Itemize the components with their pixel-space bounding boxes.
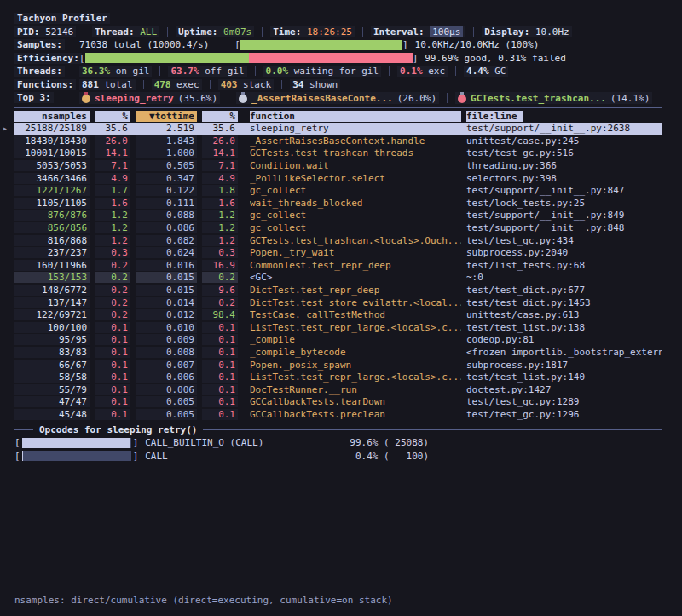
stat-value: 0m07s bbox=[223, 26, 251, 37]
segment-value: 881 bbox=[82, 79, 99, 90]
segment-label: waiting for gil bbox=[288, 66, 379, 77]
thread-gil-segment: 36.3% on gil bbox=[79, 66, 152, 77]
segment-label: off gil bbox=[199, 66, 245, 77]
table-row[interactable]: 10001/10015 14.1 1.000 14.1 GCTests.test… bbox=[14, 147, 662, 160]
cell-pct-direct: 0.1 bbox=[95, 384, 130, 395]
cell-tottime: 0.016 bbox=[136, 260, 197, 271]
functions-line: Functions: 881 total478 exec403 stack34 … bbox=[14, 78, 682, 92]
table-row[interactable]: 1221/1267 1.7 0.122 1.8 gc_collect test/… bbox=[14, 184, 662, 197]
table-row[interactable]: 45/48 0.1 0.005 0.1 GCCallbackTests.prec… bbox=[14, 408, 662, 421]
cell-tottime: 1.000 bbox=[136, 147, 197, 158]
cell-nsamples: 1221/1267 bbox=[14, 185, 90, 196]
cell-tottime: 0.505 bbox=[136, 160, 197, 171]
cell-nsamples: 148/6772 bbox=[14, 285, 90, 296]
top3-item: sleeping_retry(35.6%) bbox=[79, 92, 220, 104]
cell-file-line: test/test_gc.py:1296 bbox=[466, 409, 662, 420]
segment-label: total bbox=[99, 79, 133, 90]
table-row[interactable]: 18430/18430 26.0 1.843 26.0 _AssertRaise… bbox=[14, 135, 662, 147]
table-body: ▸ 25188/25189 35.6 2.519 35.6 sleeping_r… bbox=[14, 123, 662, 421]
cell-file-line: test/support/__init__.py:847 bbox=[466, 185, 662, 196]
cell-nsamples: 58/58 bbox=[14, 371, 90, 383]
column-header-pct-direct[interactable]: % bbox=[95, 111, 130, 122]
medal-icon bbox=[239, 92, 247, 103]
cell-nsamples: 1105/1105 bbox=[14, 198, 90, 209]
cell-pct-cumulative: 1.2 bbox=[202, 222, 238, 233]
samples-rate: 10.0KHz/10.0KHz (100%) bbox=[415, 39, 540, 50]
segment-value: 0.1% bbox=[400, 66, 423, 77]
table-row[interactable]: 47/47 0.1 0.005 0.1 GCCallbackTests.tear… bbox=[14, 396, 662, 409]
cell-file-line: test/test_dict.py:677 bbox=[466, 285, 662, 296]
cell-function: _PollLikeSelector.select bbox=[250, 173, 461, 184]
table-row[interactable]: 83/83 0.1 0.008 0.1 _compile_bytecode <f… bbox=[14, 346, 662, 359]
table-row[interactable]: 95/95 0.1 0.009 0.1 _compile codeop.py:8… bbox=[14, 334, 662, 347]
table-row[interactable]: 5053/5053 7.1 0.505 7.1 Condition.wait t… bbox=[14, 159, 662, 172]
cell-function: GCCallbackTests.preclean bbox=[250, 409, 461, 420]
summary-panel: Tachyon Profiler PID: 52146Thread: ALLUp… bbox=[0, 0, 682, 105]
table-row[interactable]: ▸ 25188/25189 35.6 2.519 35.6 sleeping_r… bbox=[14, 123, 662, 135]
cell-function: gc_collect bbox=[250, 210, 461, 221]
opcode-bar bbox=[22, 451, 131, 461]
cell-pct-cumulative: 9.6 bbox=[202, 285, 238, 296]
table-row[interactable]: 122/69721 0.2 0.012 98.4 TestCase._callT… bbox=[14, 308, 662, 321]
column-header-file-line[interactable]: file:line bbox=[466, 111, 662, 122]
table-row[interactable]: 55/79 0.1 0.006 0.1 DocTestRunner.__run … bbox=[14, 383, 662, 396]
cell-pct-cumulative: 0.1 bbox=[202, 384, 238, 395]
function-count-segment: 881 total bbox=[79, 79, 136, 90]
cell-function: DictTest.test_store_evilattr.<local... bbox=[250, 297, 461, 308]
status-stat: Interval: 100µs bbox=[371, 26, 465, 37]
cell-pct-cumulative: 0.1 bbox=[202, 409, 238, 420]
column-header-pct-cumulative[interactable]: % bbox=[202, 111, 238, 122]
cell-pct-direct: 0.2 bbox=[95, 272, 130, 283]
table-header-row: nsamples % ▼tottime % function file:line bbox=[14, 110, 662, 123]
cell-pct-direct: 1.2 bbox=[95, 210, 130, 221]
table-row[interactable]: 153/153 0.2 0.015 0.2 <GC> ~:0 bbox=[14, 272, 662, 285]
opcode-bar-open-bracket: [ bbox=[14, 451, 20, 462]
column-header-function[interactable]: function bbox=[250, 111, 461, 122]
function-count-segment: 403 stack bbox=[218, 79, 275, 90]
table-row[interactable]: 1105/1105 1.6 0.111 1.6 wait_threads_blo… bbox=[14, 197, 662, 210]
cell-function: gc_collect bbox=[250, 185, 461, 196]
cell-pct-direct: 1.2 bbox=[95, 235, 130, 246]
status-stat: Uptime: 0m07s bbox=[176, 26, 254, 37]
cell-pct-cumulative: 0.1 bbox=[202, 334, 238, 345]
top3-label: Top 3: bbox=[14, 92, 54, 103]
threads-label: Threads: bbox=[14, 66, 65, 77]
status-stat: Time: 18:26:25 bbox=[270, 26, 355, 37]
cell-function: sleeping_retry bbox=[250, 123, 461, 134]
table-row[interactable]: 816/868 1.2 0.082 1.2 GCTests.test_trash… bbox=[14, 234, 662, 247]
samples-bar-close-bracket: ] bbox=[402, 39, 408, 50]
cell-pct-direct: 0.2 bbox=[95, 285, 130, 296]
status-stat: Thread: ALL bbox=[92, 26, 159, 37]
cell-tottime: 0.024 bbox=[136, 247, 197, 258]
table-row[interactable]: 58/58 0.1 0.006 0.1 ListTest.test_repr_l… bbox=[14, 371, 662, 383]
profiler-terminal: Tachyon Profiler PID: 52146Thread: ALLUp… bbox=[0, 0, 682, 616]
cell-pct-direct: 1.7 bbox=[95, 185, 130, 196]
footer-nsamples-hint: nsamples: direct/cumulative (direct=exec… bbox=[14, 593, 393, 608]
cell-file-line: selectors.py:398 bbox=[466, 173, 662, 184]
cell-tottime: 1.843 bbox=[136, 135, 197, 147]
table-row[interactable]: 100/100 0.1 0.010 0.1 ListTest.test_repr… bbox=[14, 321, 662, 334]
column-header-nsamples[interactable]: nsamples bbox=[14, 111, 90, 122]
table-row[interactable]: 160/11966 0.2 0.016 16.9 CommonTest.test… bbox=[14, 259, 662, 272]
top3-percent: (26.0%) bbox=[397, 93, 436, 104]
cell-file-line: subprocess.py:1817 bbox=[466, 360, 662, 371]
cell-pct-direct: 0.1 bbox=[95, 360, 130, 371]
table-row[interactable]: 3466/3466 4.9 0.347 4.9 _PollLikeSelecto… bbox=[14, 172, 662, 185]
efficiency-text: 99.69% good, 0.31% failed bbox=[425, 53, 566, 64]
efficiency-bar bbox=[85, 53, 413, 63]
cell-nsamples: 47/47 bbox=[14, 396, 90, 407]
cell-function: DictTest.test_repr_deep bbox=[250, 285, 461, 296]
thread-gil-segment: 0.0% waiting for gil bbox=[263, 66, 381, 77]
table-row[interactable]: 148/6772 0.2 0.015 9.6 DictTest.test_rep… bbox=[14, 284, 662, 296]
thread-gil-segment: 0.1% exc bbox=[397, 66, 448, 77]
column-header-tottime-sort[interactable]: ▼tottime bbox=[136, 111, 197, 122]
cell-function: GCTests.test_trashcan_threads bbox=[250, 147, 461, 158]
table-row[interactable]: 856/856 1.2 0.086 1.2 gc_collect test/su… bbox=[14, 222, 662, 234]
efficiency-label: Efficiency: bbox=[14, 53, 82, 64]
table-row[interactable]: 137/147 0.2 0.014 0.2 DictTest.test_stor… bbox=[14, 296, 662, 309]
table-row[interactable]: 876/876 1.2 0.088 1.2 gc_collect test/su… bbox=[14, 210, 662, 222]
table-row[interactable]: 237/237 0.3 0.024 0.3 Popen._try_wait su… bbox=[14, 246, 662, 259]
cell-function: GCTests.test_trashcan.<locals>.Ouch... bbox=[250, 235, 461, 246]
table-row[interactable]: 66/67 0.1 0.007 0.1 Popen._posix_spawn s… bbox=[14, 359, 662, 371]
cell-tottime: 0.012 bbox=[136, 309, 197, 320]
